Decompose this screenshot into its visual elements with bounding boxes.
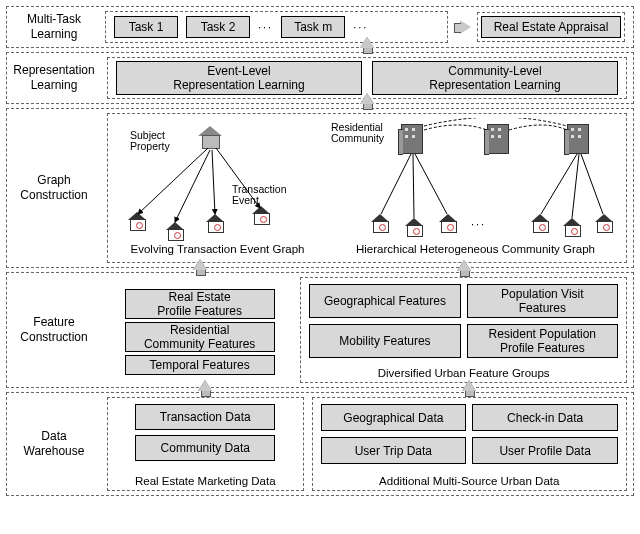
arrow-up-icon: [360, 37, 374, 48]
svg-line-8: [572, 154, 579, 218]
checkin-data-box: Check-in Data: [472, 404, 618, 431]
population-visit-box: Population Visit Features: [467, 284, 618, 318]
house-icon: [531, 214, 549, 232]
arrow-up-icon: [462, 380, 476, 391]
urban-feature-caption: Diversified Urban Feature Groups: [301, 367, 626, 379]
house-icon: [563, 218, 581, 236]
arrow-right-icon: [454, 20, 471, 34]
svg-line-1: [175, 150, 210, 222]
real-estate-appraisal-box: Real Estate Appraisal: [481, 16, 621, 38]
real-estate-profile-box: Real Estate Profile Features: [125, 289, 275, 319]
geographical-features-box: Geographical Features: [309, 284, 460, 318]
arrow-up-icon: [360, 93, 374, 104]
residential-community-box: Residential Community Features: [125, 322, 275, 352]
task-2-box: Task 2: [186, 16, 250, 38]
house-icon: [371, 214, 389, 232]
event-level-box: Event-Level Representation Learning: [116, 61, 362, 95]
transaction-event-label: Transaction Event: [232, 184, 286, 206]
svg-line-9: [581, 154, 603, 214]
layer-label-representation: Representation Learning: [7, 53, 101, 103]
building-icon: [567, 124, 589, 154]
transaction-data-box: Transaction Data: [135, 404, 275, 430]
diagram-root: Multi-Task Learning Task 1 Task 2 ··· Ta…: [0, 0, 640, 534]
house-icon: [206, 214, 224, 232]
svg-line-2: [212, 150, 215, 214]
evolving-graph-caption: Evolving Transaction Event Graph: [112, 243, 323, 255]
residential-community-label: Residential Community: [331, 122, 384, 144]
mobility-features-box: Mobility Features: [309, 324, 460, 358]
community-level-box: Community-Level Representation Learning: [372, 61, 618, 95]
urban-data-caption: Additional Multi-Source Urban Data: [313, 475, 627, 487]
building-icon: [401, 124, 423, 154]
house-icon: [595, 214, 613, 232]
task-1-box: Task 1: [114, 16, 178, 38]
layer-graph: Graph Construction Evolving Transaction …: [6, 108, 634, 268]
layer-representation: Representation Learning Event-Level Repr…: [6, 52, 634, 104]
arrow-up-icon: [193, 259, 207, 270]
ellipsis-icon: ···: [471, 218, 486, 230]
temporal-features-box: Temporal Features: [125, 355, 275, 375]
arrow-up-icon: [198, 380, 212, 391]
house-icon: [405, 218, 423, 236]
ellipsis-icon: ···: [258, 21, 273, 33]
community-graph-panel: Hierarchical Heterogeneous Community Gra…: [329, 118, 622, 258]
layer-label-graph: Graph Construction: [7, 109, 101, 267]
ellipsis-icon: ···: [353, 21, 368, 33]
user-trip-data-box: User Trip Data: [321, 437, 467, 464]
svg-line-5: [413, 154, 414, 218]
layer-multitask: Multi-Task Learning Task 1 Task 2 ··· Ta…: [6, 6, 634, 48]
resident-profile-box: Resident Population Profile Features: [467, 324, 618, 358]
svg-line-6: [415, 154, 447, 214]
evolving-graph-panel: Evolving Transaction Event Graph Subject…: [112, 118, 323, 258]
layer-feature: Feature Construction Real Estate Profile…: [6, 272, 634, 388]
community-graph-caption: Hierarchical Heterogeneous Community Gra…: [329, 243, 622, 255]
layer-label-data: Data Warehouse: [7, 393, 101, 495]
community-data-box: Community Data: [135, 435, 275, 461]
svg-line-4: [381, 154, 411, 214]
house-icon: [439, 214, 457, 232]
house-icon: [128, 212, 146, 230]
task-m-box: Task m: [281, 16, 345, 38]
layer-label-multitask: Multi-Task Learning: [7, 7, 101, 47]
subject-property-icon: [198, 126, 222, 148]
house-icon: [252, 206, 270, 224]
subject-property-label: Subject Property: [130, 130, 170, 152]
arrow-up-icon: [457, 260, 471, 271]
marketing-data-caption: Real Estate Marketing Data: [108, 475, 303, 487]
building-icon: [487, 124, 509, 154]
user-profile-data-box: User Profile Data: [472, 437, 618, 464]
geographical-data-box: Geographical Data: [321, 404, 467, 431]
house-icon: [166, 222, 184, 240]
svg-line-7: [541, 154, 577, 214]
svg-line-0: [138, 148, 208, 214]
layer-label-feature: Feature Construction: [7, 273, 101, 387]
layer-data: Data Warehouse Transaction Data Communit…: [6, 392, 634, 496]
